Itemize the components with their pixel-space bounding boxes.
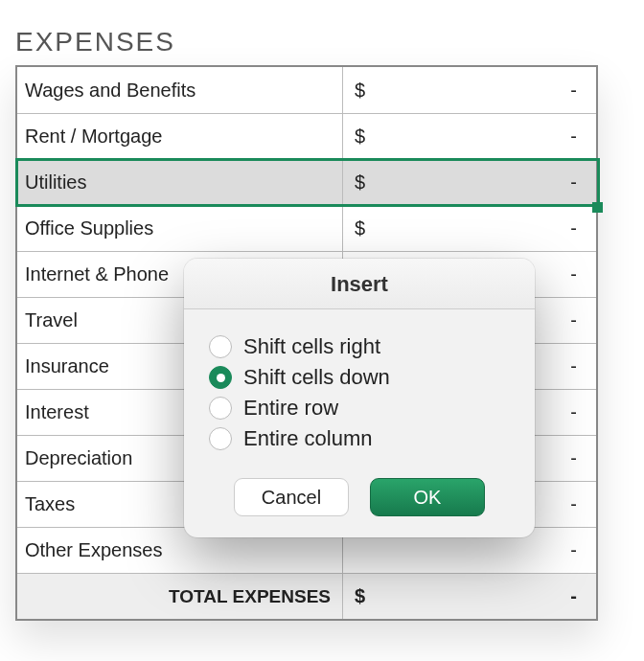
radio-icon xyxy=(209,397,232,420)
amount: - xyxy=(570,80,577,102)
expense-value[interactable]: $ - xyxy=(343,67,596,113)
insert-dialog: Insert Shift cells right Shift cells dow… xyxy=(184,259,535,537)
currency-symbol: $ xyxy=(355,217,365,239)
option-entire-column[interactable]: Entire column xyxy=(203,424,516,453)
dialog-buttons: Cancel OK xyxy=(184,465,535,537)
currency-symbol: $ xyxy=(355,585,365,607)
table-row[interactable]: Wages and Benefits $ - xyxy=(17,67,596,113)
total-label: TOTAL EXPENSES xyxy=(17,574,343,619)
expense-value[interactable]: $ - xyxy=(343,160,596,205)
page-title: EXPENSES xyxy=(15,27,629,57)
option-label: Shift cells right xyxy=(243,334,380,359)
expense-label: Office Supplies xyxy=(17,206,343,251)
amount: - xyxy=(570,309,577,331)
radio-icon xyxy=(209,335,232,358)
table-row-total[interactable]: TOTAL EXPENSES $ - xyxy=(17,573,596,619)
amount: - xyxy=(570,401,577,423)
expense-label: Utilities xyxy=(17,160,343,205)
option-shift-cells-right[interactable]: Shift cells right xyxy=(203,332,516,361)
expense-value[interactable]: $ - xyxy=(343,206,596,251)
dialog-body: Shift cells right Shift cells down Entir… xyxy=(184,309,535,465)
currency-symbol: $ xyxy=(355,171,365,194)
currency-symbol: $ xyxy=(355,125,365,148)
amount: - xyxy=(570,217,577,239)
cancel-button[interactable]: Cancel xyxy=(234,478,349,516)
amount: - xyxy=(570,493,577,515)
table-row[interactable]: Office Supplies $ - xyxy=(17,205,596,251)
expense-label: Rent / Mortgage xyxy=(17,114,343,159)
total-value[interactable]: $ - xyxy=(343,574,596,619)
selection-handle[interactable] xyxy=(592,202,603,213)
expense-label: Wages and Benefits xyxy=(17,67,343,113)
ok-button[interactable]: OK xyxy=(370,478,485,516)
table-row[interactable]: Rent / Mortgage $ - xyxy=(17,113,596,159)
radio-icon xyxy=(209,427,232,450)
amount: - xyxy=(570,355,577,377)
option-shift-cells-down[interactable]: Shift cells down xyxy=(203,363,516,392)
amount: - xyxy=(570,171,577,194)
option-label: Entire column xyxy=(243,426,373,451)
dialog-title: Insert xyxy=(184,259,535,309)
table-row-selected[interactable]: Utilities $ - xyxy=(17,159,596,205)
currency-symbol: $ xyxy=(355,80,365,102)
amount: - xyxy=(570,263,577,285)
amount: - xyxy=(570,125,577,148)
amount: - xyxy=(570,539,577,561)
amount: - xyxy=(570,447,577,469)
expense-value[interactable]: $ - xyxy=(343,114,596,159)
amount: - xyxy=(570,585,577,607)
option-label: Entire row xyxy=(243,396,338,421)
option-label: Shift cells down xyxy=(243,365,390,390)
option-entire-row[interactable]: Entire row xyxy=(203,394,516,422)
radio-icon xyxy=(209,366,232,389)
